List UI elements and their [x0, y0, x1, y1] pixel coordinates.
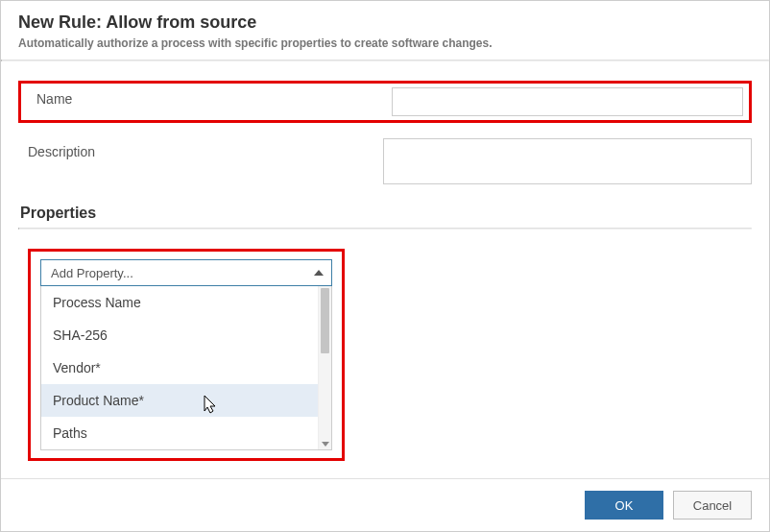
divider	[18, 228, 752, 230]
name-input[interactable]	[392, 87, 743, 116]
description-row: Description	[18, 138, 752, 187]
dialog-title: New Rule: Allow from source	[18, 12, 752, 33]
property-option[interactable]: Process Name	[41, 286, 331, 319]
property-option[interactable]: SHA-256	[41, 319, 331, 351]
add-property-box: Add Property... Process NameSHA-256Vendo…	[28, 249, 345, 461]
ok-button[interactable]: OK	[585, 491, 663, 520]
scrollbar-thumb[interactable]	[321, 288, 329, 353]
chevron-down-icon	[322, 442, 329, 447]
name-row: Name	[18, 81, 752, 123]
add-property-dropdown[interactable]: Add Property...	[40, 259, 332, 286]
add-property-listbox: Process NameSHA-256Vendor*Product Name*P…	[40, 286, 332, 450]
dialog-footer: OK Cancel	[1, 478, 769, 531]
description-input[interactable]	[383, 138, 752, 184]
cancel-button[interactable]: Cancel	[673, 491, 752, 520]
cursor-icon	[199, 394, 218, 417]
property-option[interactable]: Vendor*	[41, 351, 331, 384]
scrollbar[interactable]	[318, 286, 331, 449]
description-label: Description	[18, 138, 383, 159]
dialog-subtitle: Automatically authorize a process with s…	[18, 36, 752, 50]
name-label: Name	[27, 87, 392, 107]
property-option[interactable]: Product Name*	[41, 384, 331, 417]
property-option[interactable]: Paths	[41, 417, 331, 449]
add-property-placeholder: Add Property...	[51, 266, 133, 280]
properties-heading: Properties	[18, 205, 752, 222]
chevron-up-icon	[314, 270, 324, 276]
